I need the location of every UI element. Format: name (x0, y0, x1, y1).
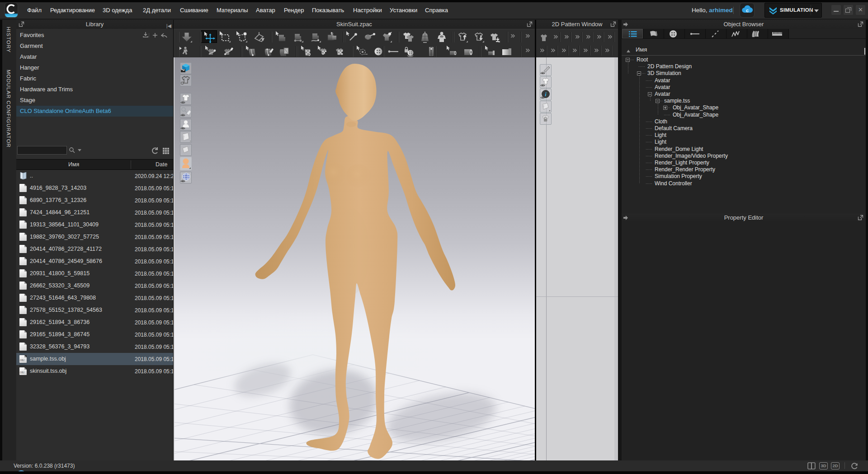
svg-text:i: i (545, 91, 547, 98)
svg-text:c: c (746, 8, 749, 13)
